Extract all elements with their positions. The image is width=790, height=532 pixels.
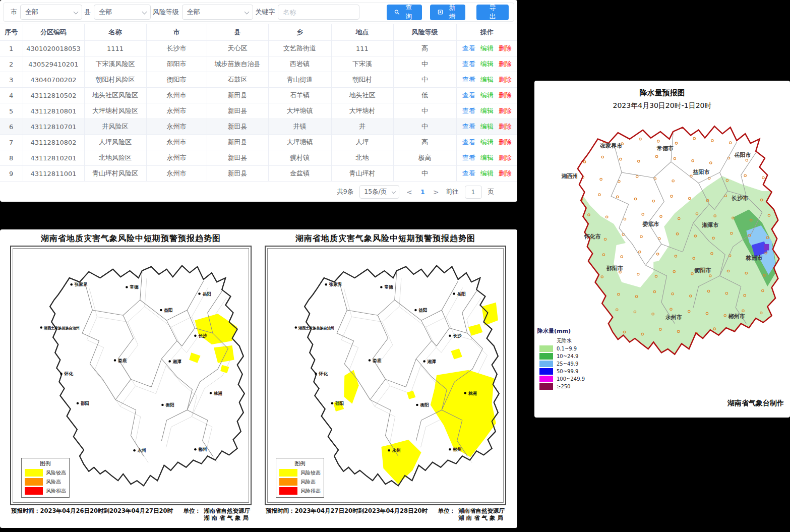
- svg-text:娄底市: 娄底市: [642, 221, 659, 227]
- unit-line2: 湖南省气象局: [458, 514, 505, 521]
- svg-text:益阳市: 益阳市: [693, 169, 709, 175]
- edit-link[interactable]: 编辑: [480, 76, 494, 83]
- view-link[interactable]: 查看: [462, 123, 475, 130]
- chevron-down-icon: [245, 10, 250, 15]
- chevron-down-icon: [74, 10, 79, 15]
- delete-link[interactable]: 删除: [499, 138, 512, 146]
- county-select[interactable]: 全部: [94, 5, 150, 20]
- trend-legend: 图例 风险较高 风险高 风险很高: [276, 458, 324, 498]
- goto-page-input[interactable]: [465, 186, 482, 199]
- table-row[interactable]: 943112811001青山坪村风险区永州市新田县金盆镇青山坪村中查看编辑删除: [0, 166, 517, 182]
- delete-link[interactable]: 删除: [499, 44, 512, 52]
- view-link[interactable]: 查看: [462, 107, 475, 114]
- current-page[interactable]: 1: [419, 188, 426, 196]
- edit-link[interactable]: 编辑: [480, 154, 494, 161]
- svg-text:常德: 常德: [384, 284, 393, 289]
- keyword-input[interactable]: [278, 5, 359, 20]
- table-row[interactable]: 343040700202朝阳村风险区衡阳市石鼓区青山街道朝阳村中查看编辑删除: [0, 72, 517, 88]
- edit-link[interactable]: 编辑: [480, 60, 494, 68]
- edit-link[interactable]: 编辑: [480, 107, 494, 114]
- trend-legend: 图例 风险较高 风险高 风险很高: [21, 458, 70, 498]
- legend-swatch-yellow: [279, 469, 297, 477]
- svg-text:邵阳: 邵阳: [335, 401, 344, 406]
- edit-link[interactable]: 编辑: [480, 169, 494, 177]
- header-place: 地点: [331, 24, 393, 41]
- cell-place: 朝阳村: [331, 72, 393, 88]
- cell-town: 金盆镇: [268, 166, 331, 182]
- table-row[interactable]: 743112810802人坪风险区永州市新田县大坪塘镇人坪高查看编辑删除: [0, 135, 517, 150]
- edit-link[interactable]: 编辑: [480, 123, 494, 130]
- edit-link[interactable]: 编辑: [480, 44, 494, 52]
- cell-city: 永州市: [146, 119, 207, 135]
- cell-place: 下宋溪: [331, 56, 393, 72]
- cell-risk: 中: [393, 119, 456, 135]
- delete-link[interactable]: 删除: [499, 154, 512, 161]
- cell-place: 大坪塘村: [331, 103, 393, 119]
- view-link[interactable]: 查看: [462, 154, 475, 161]
- add-button[interactable]: 新增: [430, 5, 465, 20]
- delete-link[interactable]: 删除: [499, 169, 512, 177]
- prev-page-button[interactable]: <: [405, 188, 413, 196]
- unit-label: 单位：: [184, 507, 201, 522]
- delete-link[interactable]: 删除: [499, 76, 512, 83]
- cell-county: 石鼓区: [207, 72, 268, 88]
- table-row[interactable]: 143010200180531111长沙市天心区文艺路街道111高查看编辑删除: [0, 41, 517, 56]
- cell-code: 4301020018053: [23, 41, 84, 56]
- risk-level-select-value: 全部: [187, 8, 200, 17]
- table-row[interactable]: 2430529410201下宋溪风险区邵阳市城步苗族自治县西岩镇下宋溪中查看编辑…: [0, 56, 517, 72]
- legend-swatch-lightgreen: [539, 345, 553, 352]
- table-row[interactable]: 543112810801大坪塘村风险区永州市新田县大坪塘镇大坪塘村中查看编辑删除: [0, 103, 517, 119]
- cell-name: 大坪塘村风险区: [84, 103, 146, 119]
- view-link[interactable]: 查看: [462, 44, 475, 52]
- view-link[interactable]: 查看: [462, 60, 475, 68]
- svg-text:湘西州: 湘西州: [562, 173, 578, 180]
- table-row[interactable]: 843112810201北地风险区永州市新田县骥村镇北地极高查看编辑删除: [0, 150, 517, 166]
- page-size-select[interactable]: 15条/页: [359, 185, 399, 199]
- cell-risk: 中: [393, 103, 456, 119]
- cell-operations: 查看编辑删除: [456, 150, 517, 166]
- cell-name: 1111: [84, 41, 146, 56]
- svg-text:邵阳市: 邵阳市: [606, 265, 623, 272]
- edit-link[interactable]: 编辑: [480, 91, 494, 99]
- header-town: 乡: [268, 24, 331, 41]
- cell-code: 43112810802: [23, 135, 84, 150]
- cell-town: 骥村镇: [268, 150, 331, 166]
- precip-panel: 降水量预报图 2023年4月30日20时-1日20时 张家界市 常德市 岳阳市 …: [534, 81, 790, 418]
- svg-text:岳阳: 岳阳: [202, 291, 211, 297]
- cell-risk: 中: [393, 166, 456, 182]
- next-page-button[interactable]: >: [432, 188, 440, 196]
- precip-legend: 降水量(mm) 无降水 0.1~9.9 10~24.9 25~49.9 50~9…: [537, 327, 613, 390]
- precip-title: 降水量预报图: [534, 88, 790, 98]
- view-link[interactable]: 查看: [462, 138, 475, 146]
- svg-text:张家界市: 张家界市: [600, 143, 622, 149]
- filter-bar: 市 全部 县 全部 风险等级 全部 关键字 查询: [3, 3, 514, 22]
- cell-county: 新田县: [207, 150, 268, 166]
- cell-city: 衡阳市: [146, 72, 207, 88]
- risk-level-select[interactable]: 全部: [182, 5, 254, 20]
- legend-swatch-orange: [279, 478, 297, 486]
- cell-place: 青山坪村: [331, 166, 393, 182]
- cell-code: 43112810201: [23, 150, 84, 166]
- export-button[interactable]: 导出: [476, 5, 509, 20]
- view-link[interactable]: 查看: [462, 76, 475, 83]
- cell-no: 6: [0, 119, 23, 135]
- table-row[interactable]: 643112810701井风险区永州市新田县井镇井中查看编辑删除: [0, 119, 517, 135]
- cell-name: 人坪风险区: [84, 135, 146, 150]
- delete-link[interactable]: 删除: [499, 91, 512, 99]
- query-button[interactable]: 查询: [387, 5, 422, 20]
- delete-link[interactable]: 删除: [499, 60, 512, 68]
- view-link[interactable]: 查看: [462, 169, 475, 177]
- edit-link[interactable]: 编辑: [480, 138, 494, 146]
- table-row[interactable]: 443112810502地头社区风险区永州市新田县石羊镇地头社区低查看编辑删除: [0, 88, 517, 103]
- city-select[interactable]: 全部: [20, 5, 82, 20]
- svg-text:株洲市: 株洲市: [745, 255, 762, 261]
- header-county: 县: [207, 24, 268, 41]
- delete-link[interactable]: 删除: [499, 107, 512, 114]
- delete-link[interactable]: 删除: [499, 123, 512, 130]
- risk-zone-panel: 市 全部 县 全部 风险等级 全部 关键字 查询: [0, 0, 517, 202]
- cell-county: 新田县: [207, 166, 268, 182]
- svg-text:益阳: 益阳: [418, 308, 427, 313]
- cell-no: 8: [0, 150, 23, 166]
- view-link[interactable]: 查看: [462, 91, 475, 99]
- trend-map-title: 湖南省地质灾害气象风险中短期预警预报趋势图: [265, 233, 506, 244]
